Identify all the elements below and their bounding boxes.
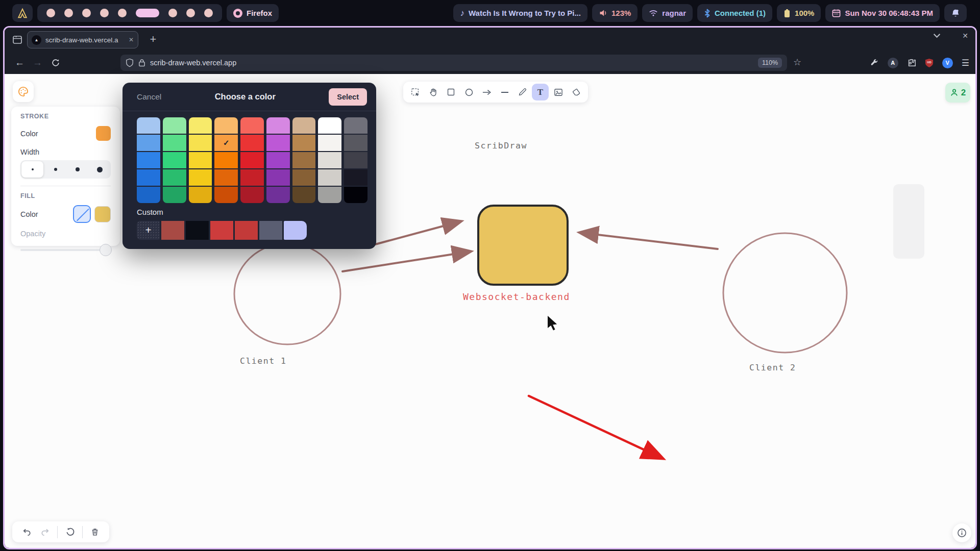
color-swatch[interactable] xyxy=(292,117,316,134)
color-swatch[interactable] xyxy=(240,117,264,134)
extension-v-icon[interactable]: V xyxy=(942,58,953,68)
hamburger-menu-icon[interactable]: ☰ xyxy=(962,58,969,68)
color-swatch[interactable] xyxy=(163,187,186,203)
puzzle-icon[interactable] xyxy=(907,58,916,67)
tool-select[interactable] xyxy=(407,84,424,101)
color-swatch[interactable] xyxy=(318,169,341,186)
bluetooth-widget[interactable]: Connected (1) xyxy=(697,4,772,22)
tool-draw[interactable] xyxy=(514,84,531,101)
notification-widget[interactable] xyxy=(944,4,967,22)
stroke-width-option-1[interactable] xyxy=(21,161,43,178)
color-swatch[interactable] xyxy=(266,152,290,168)
color-swatch[interactable]: ✓ xyxy=(214,135,238,151)
color-swatch[interactable] xyxy=(163,152,186,168)
stroke-width-option-4[interactable] xyxy=(89,160,111,179)
stroke-width-option-3[interactable] xyxy=(67,160,89,179)
extension-a-icon[interactable]: A xyxy=(888,58,898,68)
stroke-width-selector[interactable] xyxy=(20,160,111,179)
music-widget[interactable]: ♪ Watch Is It Wrong to Try to Pi... xyxy=(453,4,587,22)
color-swatch[interactable] xyxy=(344,117,368,134)
presence-badge[interactable]: 2 xyxy=(945,83,970,103)
undo-button[interactable] xyxy=(17,523,36,541)
workspace-dot[interactable] xyxy=(82,9,91,17)
color-swatch[interactable] xyxy=(214,152,238,168)
custom-color-swatch[interactable] xyxy=(235,221,258,240)
bookmark-star-icon[interactable]: ☆ xyxy=(793,57,801,68)
tab-list-chevron-icon[interactable] xyxy=(933,33,941,38)
canvas-gray-rectangle[interactable] xyxy=(893,184,924,259)
color-swatch[interactable] xyxy=(163,169,186,186)
reload-icon[interactable] xyxy=(51,58,60,67)
lock-icon[interactable] xyxy=(138,59,145,67)
color-swatch[interactable] xyxy=(292,187,316,203)
color-swatch[interactable] xyxy=(189,135,212,151)
tool-arrow[interactable] xyxy=(478,84,495,101)
ublock-icon[interactable]: UO xyxy=(925,58,934,68)
tool-line[interactable] xyxy=(496,84,513,101)
shield-icon[interactable] xyxy=(126,58,134,67)
color-swatch[interactable] xyxy=(318,117,341,134)
color-swatch[interactable] xyxy=(137,135,160,151)
color-swatch[interactable] xyxy=(240,152,264,168)
workspace-dot[interactable] xyxy=(168,9,177,17)
color-swatch[interactable] xyxy=(292,169,316,186)
launcher-button[interactable] xyxy=(12,4,33,22)
add-custom-color-button[interactable]: + xyxy=(137,221,160,240)
color-swatch[interactable] xyxy=(266,117,290,134)
stroke-color-swatch[interactable] xyxy=(96,126,111,141)
color-swatch[interactable] xyxy=(214,117,238,134)
info-button[interactable] xyxy=(952,523,971,542)
new-tab-button[interactable]: + xyxy=(145,32,161,47)
color-swatch[interactable] xyxy=(137,152,160,168)
wifi-widget[interactable]: ragnar xyxy=(642,4,693,22)
style-panel-toggle[interactable] xyxy=(13,81,34,102)
workspace-active[interactable] xyxy=(136,9,159,17)
tool-eraser[interactable] xyxy=(568,84,584,101)
delete-button[interactable] xyxy=(86,523,104,541)
color-swatch[interactable] xyxy=(292,135,316,151)
clock-widget[interactable]: Sun Nov 30 06:48:43 PM xyxy=(825,4,940,22)
battery-widget[interactable]: 100% xyxy=(777,4,821,22)
workspace-switcher[interactable] xyxy=(37,4,222,22)
color-swatch[interactable] xyxy=(189,117,212,134)
color-swatch[interactable] xyxy=(137,117,160,134)
color-swatch[interactable] xyxy=(318,135,341,151)
color-swatch[interactable] xyxy=(163,135,186,151)
color-swatch[interactable] xyxy=(163,117,186,134)
canvas-text-client1[interactable]: Client 1 xyxy=(240,356,286,366)
volume-widget[interactable]: 123% xyxy=(592,4,638,22)
workspace-dot[interactable] xyxy=(118,9,127,17)
custom-color-swatch[interactable] xyxy=(186,221,209,240)
reset-canvas-button[interactable] xyxy=(61,523,79,541)
workspace-dot[interactable] xyxy=(46,9,55,17)
window-close-icon[interactable]: ✕ xyxy=(962,32,968,40)
custom-color-swatch[interactable] xyxy=(210,221,233,240)
stroke-width-option-2[interactable] xyxy=(44,160,66,179)
opacity-slider-knob[interactable] xyxy=(100,244,112,256)
custom-color-swatch[interactable] xyxy=(161,221,184,240)
color-swatch[interactable] xyxy=(189,187,212,203)
tab-scrib-draw[interactable]: ▲ scrib-draw-web.vercel.a ✕ xyxy=(27,31,138,48)
custom-color-swatch[interactable] xyxy=(259,221,282,240)
tool-ellipse[interactable] xyxy=(460,84,477,101)
color-swatch[interactable] xyxy=(240,187,264,203)
tool-text[interactable]: T xyxy=(532,84,549,101)
color-swatch[interactable] xyxy=(214,187,238,203)
zoom-level-badge[interactable]: 110% xyxy=(758,58,782,68)
tool-image[interactable] xyxy=(550,84,567,101)
workspace-dot[interactable] xyxy=(186,9,195,17)
url-bar[interactable]: scrib-draw-web.vercel.app 110% xyxy=(120,55,787,71)
workspace-dot[interactable] xyxy=(100,9,109,17)
color-swatch[interactable] xyxy=(292,152,316,168)
color-swatch[interactable] xyxy=(189,152,212,168)
color-swatch[interactable] xyxy=(266,169,290,186)
color-swatch[interactable] xyxy=(344,152,368,168)
color-swatch[interactable] xyxy=(318,152,341,168)
color-swatch[interactable] xyxy=(344,169,368,186)
color-swatch[interactable] xyxy=(240,169,264,186)
color-swatch[interactable] xyxy=(318,187,341,203)
color-swatch[interactable] xyxy=(240,135,264,151)
tool-hand[interactable] xyxy=(425,84,442,101)
canvas-text-websocket[interactable]: Websocket-backend xyxy=(463,291,570,302)
color-swatch[interactable] xyxy=(214,169,238,186)
